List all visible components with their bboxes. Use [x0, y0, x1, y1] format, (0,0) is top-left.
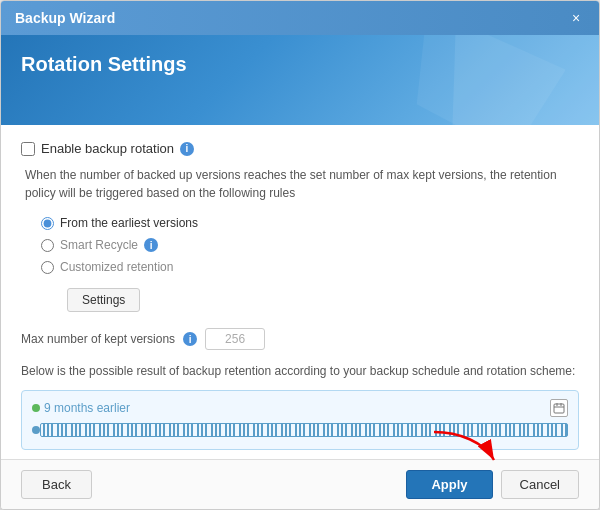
timeline-chain [40, 423, 568, 437]
radio-smart-recycle[interactable] [41, 239, 54, 252]
cancel-button[interactable]: Cancel [501, 470, 579, 499]
smart-recycle-info-icon[interactable]: i [144, 238, 158, 252]
enable-backup-rotation-checkbox[interactable] [21, 142, 35, 156]
backup-wizard-dialog: Backup Wizard × Rotation Settings Enable… [0, 0, 600, 510]
radio-group: From the earliest versions Smart Recycle… [41, 216, 579, 274]
calendar-icon[interactable] [550, 399, 568, 417]
enable-label: Enable backup rotation [41, 141, 174, 156]
back-button[interactable]: Back [21, 470, 92, 499]
radio-row-customized: Customized retention [41, 260, 579, 274]
title-bar: Backup Wizard × [1, 1, 599, 35]
radio-from-earliest[interactable] [41, 217, 54, 230]
page-title: Rotation Settings [21, 53, 579, 76]
timeline-header: 9 months earlier [32, 399, 568, 417]
svg-rect-1 [554, 404, 564, 413]
radio-row-smart: Smart Recycle i [41, 238, 579, 252]
right-buttons: Apply Cancel [406, 470, 579, 499]
timeline-track [32, 423, 568, 437]
max-versions-row: Max number of kept versions i 256 [21, 328, 579, 350]
max-versions-input[interactable]: 256 [205, 328, 265, 350]
settings-button[interactable]: Settings [67, 288, 140, 312]
description-text: When the number of backed up versions re… [21, 166, 579, 202]
radio-row-earliest: From the earliest versions [41, 216, 579, 230]
footer: Back Apply Cancel [1, 459, 599, 509]
apply-button[interactable]: Apply [406, 470, 492, 499]
enable-row: Enable backup rotation i [21, 141, 579, 156]
radio-label-smart: Smart Recycle [60, 238, 138, 252]
below-text: Below is the possible result of backup r… [21, 362, 579, 380]
max-versions-label: Max number of kept versions [21, 332, 175, 346]
header-area: Rotation Settings [1, 35, 599, 125]
dialog-title: Backup Wizard [15, 10, 115, 26]
radio-customized-retention[interactable] [41, 261, 54, 274]
max-versions-info-icon[interactable]: i [183, 332, 197, 346]
radio-label-customized: Customized retention [60, 260, 173, 274]
timeline-area: 9 months earlier [21, 390, 579, 450]
radio-label-earliest: From the earliest versions [60, 216, 198, 230]
enable-info-icon[interactable]: i [180, 142, 194, 156]
close-button[interactable]: × [567, 9, 585, 27]
timeline-start-dot [32, 426, 40, 434]
timeline-label-text: 9 months earlier [44, 401, 130, 415]
timeline-label: 9 months earlier [32, 401, 130, 415]
content-area: Enable backup rotation i When the number… [1, 125, 599, 459]
green-dot [32, 404, 40, 412]
